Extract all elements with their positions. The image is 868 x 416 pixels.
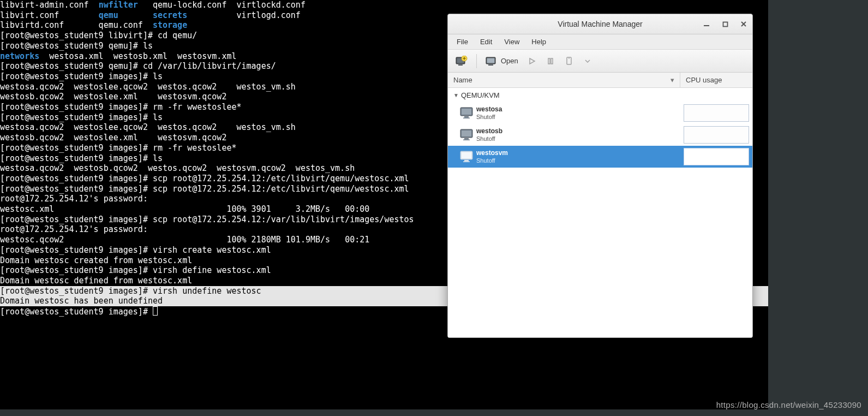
svg-rect-25 xyxy=(464,160,469,162)
vm-row[interactable]: westosaShutoff xyxy=(448,102,752,124)
toolbar-separator xyxy=(476,54,477,68)
disclosure-triangle-icon[interactable]: ▼ xyxy=(453,92,459,98)
shutdown-menu-button[interactable] xyxy=(579,53,596,69)
menu-file[interactable]: File xyxy=(451,35,474,48)
monitor-icon xyxy=(458,105,476,121)
list-header: Name ▾ CPU usage xyxy=(448,73,752,88)
window-title: Virtual Machine Manager xyxy=(558,20,642,28)
svg-rect-17 xyxy=(464,116,469,118)
pause-button[interactable] xyxy=(542,53,559,69)
column-name-label: Name xyxy=(453,76,472,84)
svg-rect-10 xyxy=(488,64,493,66)
cpu-graph xyxy=(684,148,749,165)
run-button[interactable] xyxy=(524,53,540,69)
svg-rect-26 xyxy=(463,162,470,163)
cpu-graph xyxy=(684,126,749,144)
vmm-window: Virtual Machine Manager File Edit View H… xyxy=(447,14,753,338)
monitor-icon xyxy=(458,149,476,164)
titlebar[interactable]: Virtual Machine Manager xyxy=(448,14,752,34)
svg-rect-21 xyxy=(464,138,469,140)
sort-arrow-icon: ▾ xyxy=(671,76,674,84)
vm-status: Shutoff xyxy=(476,114,684,121)
svg-rect-20 xyxy=(462,130,471,136)
menu-help[interactable]: Help xyxy=(526,35,552,48)
vm-name: westosa xyxy=(476,105,684,114)
vm-list[interactable]: ▼ QEMU/KVM westosaShutoff westosbShutoff… xyxy=(448,88,752,337)
svg-rect-16 xyxy=(462,109,471,115)
menu-view[interactable]: View xyxy=(499,35,525,48)
column-cpu-label: CPU usage xyxy=(686,76,722,84)
connection-label: QEMU/KVM xyxy=(461,91,500,99)
menu-edit[interactable]: Edit xyxy=(475,35,498,48)
toolbar: Open xyxy=(448,50,752,73)
vm-info: westosaShutoff xyxy=(476,105,684,121)
svg-rect-11 xyxy=(548,58,550,64)
column-header-cpu[interactable]: CPU usage xyxy=(680,73,752,87)
vm-info: westosbShutoff xyxy=(476,127,684,143)
close-button[interactable] xyxy=(739,20,748,28)
svg-rect-1 xyxy=(723,22,727,26)
terminal-line: libvirt-admin.conf nwfilter qemu-lockd.c… xyxy=(0,0,768,10)
monitor-icon xyxy=(458,127,476,142)
vm-info: westosvmShutoff xyxy=(476,149,684,165)
vm-name: westosb xyxy=(476,127,684,135)
cursor xyxy=(153,306,158,316)
open-label: Open xyxy=(501,57,518,65)
connection-row[interactable]: ▼ QEMU/KVM xyxy=(448,88,752,102)
vm-name: westosvm xyxy=(476,149,684,157)
svg-rect-18 xyxy=(463,118,470,119)
svg-rect-22 xyxy=(463,140,470,141)
vm-status: Shutoff xyxy=(476,135,684,143)
svg-rect-9 xyxy=(487,58,495,63)
vm-row[interactable]: westosbShutoff xyxy=(448,124,752,146)
maximize-button[interactable] xyxy=(721,20,729,28)
svg-rect-12 xyxy=(551,58,553,64)
svg-rect-24 xyxy=(462,152,471,158)
svg-rect-6 xyxy=(458,64,463,66)
vm-row[interactable]: westosvmShutoff xyxy=(448,146,752,168)
vm-status: Shutoff xyxy=(476,157,684,165)
watermark: https://blog.csdn.net/weixin_45233090 xyxy=(716,400,861,409)
cpu-graph xyxy=(684,104,749,122)
column-header-name[interactable]: Name ▾ xyxy=(448,73,680,87)
menubar: File Edit View Help xyxy=(448,34,752,50)
shutdown-button[interactable] xyxy=(561,53,577,69)
new-vm-button[interactable] xyxy=(452,53,471,69)
minimize-button[interactable] xyxy=(702,20,711,28)
open-button[interactable]: Open xyxy=(482,53,522,69)
